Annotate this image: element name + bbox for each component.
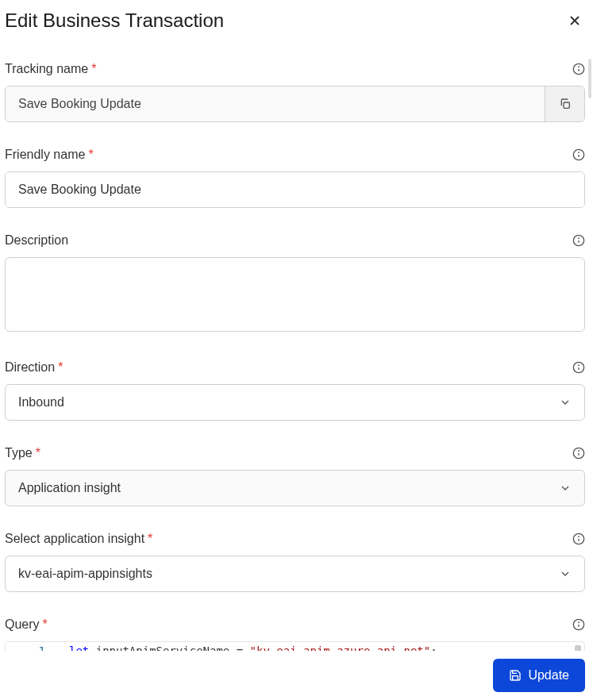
tracking-name-label: Tracking name* xyxy=(5,62,96,76)
app-insight-label: Select application insight* xyxy=(5,532,152,546)
tracking-name-info[interactable] xyxy=(572,63,585,75)
info-icon xyxy=(572,148,585,161)
svg-point-11 xyxy=(579,238,580,239)
friendly-name-label: Friendly name* xyxy=(5,148,94,162)
svg-rect-5 xyxy=(564,102,569,108)
svg-point-4 xyxy=(579,67,580,67)
type-info[interactable] xyxy=(572,447,585,460)
app-insight-value: kv-eai-apim-appinsights xyxy=(18,567,559,581)
info-icon xyxy=(572,234,585,247)
type-value: Application insight xyxy=(18,481,559,495)
chevron-down-icon xyxy=(559,396,572,409)
info-icon xyxy=(572,618,585,631)
svg-point-23 xyxy=(579,622,580,623)
app-insight-info[interactable] xyxy=(572,533,585,545)
type-select[interactable]: Application insight xyxy=(5,470,585,506)
direction-label: Direction* xyxy=(5,360,63,375)
info-icon xyxy=(572,533,585,545)
friendly-name-info[interactable] xyxy=(572,148,585,161)
copy-tracking-name-button[interactable] xyxy=(545,87,584,121)
query-info[interactable] xyxy=(572,618,585,631)
svg-point-8 xyxy=(579,152,580,153)
close-button[interactable] xyxy=(564,10,585,31)
direction-value: Inbound xyxy=(18,395,559,410)
svg-point-20 xyxy=(579,537,580,537)
chevron-down-icon xyxy=(559,482,572,494)
direction-info[interactable] xyxy=(572,361,585,374)
info-icon xyxy=(572,447,585,460)
svg-point-17 xyxy=(579,451,580,452)
info-icon xyxy=(572,63,585,75)
chevron-down-icon xyxy=(559,567,572,580)
update-button-label: Update xyxy=(528,668,569,683)
tracking-name-input[interactable] xyxy=(6,87,545,121)
close-icon xyxy=(568,13,582,28)
type-label: Type* xyxy=(5,446,40,460)
page-title: Edit Business Transaction xyxy=(5,10,224,32)
description-label: Description xyxy=(5,233,68,248)
app-insight-select[interactable]: kv-eai-apim-appinsights xyxy=(5,556,585,592)
panel-scrollbar[interactable] xyxy=(588,59,591,98)
description-input[interactable] xyxy=(5,257,585,332)
copy-icon xyxy=(559,98,572,110)
svg-point-14 xyxy=(579,365,580,366)
save-icon xyxy=(509,669,522,682)
description-info[interactable] xyxy=(572,234,585,247)
query-label: Query* xyxy=(5,617,48,632)
info-icon xyxy=(572,361,585,374)
direction-select[interactable]: Inbound xyxy=(5,384,585,421)
update-button[interactable]: Update xyxy=(493,659,585,692)
friendly-name-input[interactable] xyxy=(6,172,584,207)
